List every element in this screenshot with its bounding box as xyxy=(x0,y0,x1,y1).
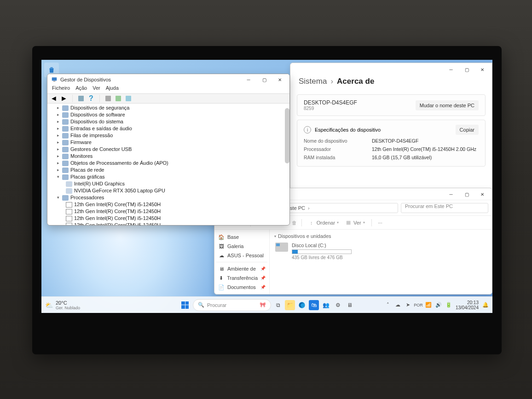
battery-icon[interactable]: 🔋 xyxy=(445,302,452,308)
toolbar-icon[interactable] xyxy=(114,94,123,103)
start-button[interactable] xyxy=(179,299,191,311)
edge-app-icon[interactable] xyxy=(297,300,307,310)
drive-item[interactable]: Disco Local (C:) 435 GB livres de 476 GB xyxy=(274,241,487,262)
chevron-right-icon[interactable]: ▸ xyxy=(56,111,60,118)
chevron-right-icon[interactable]: ▸ xyxy=(56,139,60,146)
toolbar-icon[interactable] xyxy=(76,94,86,103)
menu-item-ação[interactable]: Ação xyxy=(75,85,87,93)
chevron-up-icon[interactable]: ˄ xyxy=(385,302,391,308)
device-manager-titlebar[interactable]: Gestor de Dispositivos ─ ▢ ✕ xyxy=(47,74,289,85)
device-item[interactable]: Intel(R) UHD Graphics xyxy=(47,180,289,187)
copy-button[interactable]: Copiar xyxy=(456,125,479,135)
menu-item-ajuda[interactable]: Ajuda xyxy=(106,85,119,93)
device-tree[interactable]: ▸Dispositivos de segurança▸Dispositivos … xyxy=(47,104,289,225)
device-category[interactable]: ▸Gestores de Conector USB xyxy=(47,146,289,153)
breadcrumb-root[interactable]: Sistema xyxy=(299,77,327,86)
chevron-right-icon[interactable]: ▸ xyxy=(56,132,60,139)
forward-icon[interactable]: ► xyxy=(59,94,69,103)
sidebar-item-home[interactable]: 🏠Base xyxy=(216,232,267,242)
chevron-right-icon[interactable]: ▸ xyxy=(56,146,60,153)
device-manager-window[interactable]: Gestor de Dispositivos ─ ▢ ✕ FicheiroAçã… xyxy=(47,74,290,226)
device-name: DESKTOP-D4S4EGF xyxy=(304,99,357,106)
device-category[interactable]: ▾Placas gráficas xyxy=(47,173,289,180)
group-header[interactable]: ▾ Dispositivos e unidades xyxy=(274,232,487,241)
screen: ─ ▢ ✕ Sistema › Acerca de DESKTOP-D4S4EG… xyxy=(41,60,492,313)
language-indicator[interactable]: POR xyxy=(415,302,422,308)
category-icon xyxy=(62,133,69,139)
notifications-icon[interactable]: 🔔 xyxy=(482,302,489,308)
close-button[interactable]: ✕ xyxy=(474,189,490,200)
settings-app-icon[interactable]: ⚙ xyxy=(333,300,343,310)
store-app-icon[interactable]: 🛍 xyxy=(309,300,319,310)
device-category[interactable]: ▸Filas de impressão xyxy=(47,132,289,139)
taskbar-clock[interactable]: 20:13 13/04/2024 xyxy=(456,300,479,310)
device-category[interactable]: ▾Processadores xyxy=(47,194,289,201)
sidebar-item-doc[interactable]: 📄Documentos📌 xyxy=(216,283,267,292)
task-view-button[interactable]: ⧉ xyxy=(273,300,283,310)
explorer-content[interactable]: ▾ Dispositivos e unidades Disco Local (C… xyxy=(270,230,492,294)
location-icon[interactable]: ➤ xyxy=(405,302,411,308)
device-category[interactable]: ▸Objetos de Processamento de Áudio (APO) xyxy=(47,160,289,167)
device-category[interactable]: ▸Dispositivos de software xyxy=(47,111,289,118)
scrollbar[interactable] xyxy=(284,104,289,225)
maximize-button[interactable]: ▢ xyxy=(459,64,474,75)
menu-item-ficheiro[interactable]: Ficheiro xyxy=(52,85,70,93)
device-item[interactable]: 12th Gen Intel(R) Core(TM) i5-12450H xyxy=(47,208,289,215)
sidebar-item-label: Galeria xyxy=(227,243,243,249)
device-manager-app-icon[interactable]: 🖥 xyxy=(345,300,355,310)
category-label: Dispositivos de software xyxy=(70,111,125,118)
explorer-app-icon[interactable]: 📁 xyxy=(285,300,295,310)
sort-button[interactable]: ↕Ordenar▾ xyxy=(306,218,341,227)
device-category[interactable]: ▸Entradas e saídas de áudio xyxy=(47,125,289,132)
maximize-button[interactable]: ▢ xyxy=(459,189,474,200)
teams-app-icon[interactable]: 👥 xyxy=(321,300,331,310)
taskbar-search[interactable]: 🔍 Procurar 🎀 xyxy=(193,299,271,311)
device-category[interactable]: ▸Dispositivos do sistema xyxy=(47,118,289,125)
sidebar-item-image[interactable]: 🖼Imagens📌 xyxy=(216,292,267,294)
device-category[interactable]: ▸Firmware xyxy=(47,139,289,146)
chevron-right-icon[interactable]: ▸ xyxy=(56,118,60,125)
sidebar-item-download[interactable]: ⬇Transferência📌 xyxy=(216,273,267,283)
toolbar-icon[interactable] xyxy=(104,94,113,103)
delete-icon[interactable]: 🗑 xyxy=(291,220,298,226)
sidebar-item-cloud[interactable]: ☁ASUS - Pessoal xyxy=(216,251,267,260)
taskbar-weather[interactable]: ⛅ 20°C Ger. Nublado xyxy=(45,300,80,310)
device-item[interactable]: 12th Gen Intel(R) Core(TM) i5-12450H xyxy=(47,222,289,225)
device-category[interactable]: ▸Monitores xyxy=(47,153,289,160)
close-button[interactable]: ✕ xyxy=(272,74,288,85)
device-item[interactable]: NVIDIA GeForce RTX 3050 Laptop GPU xyxy=(47,187,289,194)
minimize-button[interactable]: ─ xyxy=(443,64,459,75)
more-button[interactable]: ··· xyxy=(376,219,385,227)
chevron-down-icon[interactable]: ▾ xyxy=(56,173,60,180)
chevron-down-icon[interactable]: ▾ xyxy=(56,194,60,201)
help-icon[interactable]: ? xyxy=(87,94,96,103)
chevron-right-icon[interactable]: ▸ xyxy=(56,153,60,160)
sidebar-item-gallery[interactable]: 🖼Galeria xyxy=(216,242,267,251)
device-category[interactable]: ▸Dispositivos de segurança xyxy=(47,104,289,111)
rename-pc-button[interactable]: Mudar o nome deste PC xyxy=(416,100,479,110)
close-button[interactable]: ✕ xyxy=(474,64,490,75)
device-item[interactable]: 12th Gen Intel(R) Core(TM) i5-12450H xyxy=(47,201,289,208)
minimize-button[interactable]: ─ xyxy=(443,189,459,200)
maximize-button[interactable]: ▢ xyxy=(256,74,272,85)
taskbar: ⛅ 20°C Ger. Nublado 🔍 Procurar 🎀 ⧉ 📁 xyxy=(41,296,492,313)
minimize-button[interactable]: ─ xyxy=(241,74,256,85)
view-button[interactable]: ▦Ver▾ xyxy=(342,218,368,227)
chevron-right-icon[interactable]: ▸ xyxy=(56,160,60,167)
volume-icon[interactable]: 🔊 xyxy=(435,302,442,308)
toolbar-icon[interactable] xyxy=(124,94,133,103)
explorer-search-input[interactable]: Procurar em Este PC xyxy=(401,203,488,213)
device-category[interactable]: ▸Placas de rede xyxy=(47,167,289,173)
clock-time: 20:13 xyxy=(456,300,479,305)
sidebar-item-desktop[interactable]: 🖥Ambiente de📌 xyxy=(216,264,267,273)
chevron-right-icon[interactable]: ▸ xyxy=(56,125,60,132)
device-label: 12th Gen Intel(R) Core(TM) i5-12450H xyxy=(74,201,161,208)
menu-item-ver[interactable]: Ver xyxy=(93,85,100,93)
chevron-right-icon[interactable]: ▸ xyxy=(56,167,60,173)
device-item[interactable]: 12th Gen Intel(R) Core(TM) i5-12450H xyxy=(47,215,289,222)
wifi-icon[interactable]: 📶 xyxy=(425,302,432,308)
category-icon xyxy=(62,168,69,173)
onedrive-icon[interactable]: ☁ xyxy=(395,302,401,308)
chevron-right-icon[interactable]: ▸ xyxy=(56,104,60,111)
back-icon[interactable]: ◄ xyxy=(49,94,58,103)
